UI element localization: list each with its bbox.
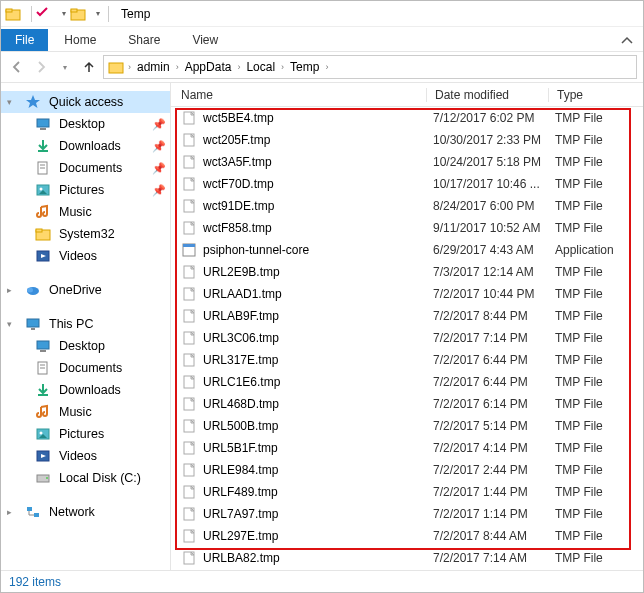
file-name: URL500B.tmp bbox=[203, 419, 433, 433]
sidebar-item-videos[interactable]: Videos bbox=[1, 445, 170, 467]
sidebar-item-music[interactable]: Music bbox=[1, 401, 170, 423]
sidebar-item-system32[interactable]: System32 bbox=[1, 223, 170, 245]
file-row[interactable]: URL500B.tmp 7/2/2017 5:14 PM TMP File bbox=[171, 415, 643, 437]
chevron-right-icon[interactable]: › bbox=[279, 62, 286, 72]
forward-button[interactable] bbox=[31, 57, 51, 77]
file-date: 6/29/2017 4:43 AM bbox=[433, 243, 555, 257]
tab-view[interactable]: View bbox=[176, 29, 234, 51]
qat-dropdown-icon[interactable]: ▾ bbox=[62, 9, 66, 18]
file-row[interactable]: URL297E.tmp 7/2/2017 8:44 AM TMP File bbox=[171, 525, 643, 547]
sidebar-label: OneDrive bbox=[49, 283, 166, 297]
file-row[interactable]: URL317E.tmp 7/2/2017 6:44 PM TMP File bbox=[171, 349, 643, 371]
sidebar: ▾ Quick access Desktop 📌 Downloads 📌 Doc… bbox=[1, 83, 171, 570]
file-icon bbox=[181, 330, 197, 346]
file-row[interactable]: psiphon-tunnel-core 6/29/2017 4:43 AM Ap… bbox=[171, 239, 643, 261]
sidebar-item-local-disk--c--[interactable]: Local Disk (C:) bbox=[1, 467, 170, 489]
file-row[interactable]: URL2E9B.tmp 7/3/2017 12:14 AM TMP File bbox=[171, 261, 643, 283]
expand-icon[interactable]: ▸ bbox=[7, 285, 17, 295]
file-list[interactable]: wct5BE4.tmp 7/12/2017 6:02 PM TMP File w… bbox=[171, 107, 643, 570]
file-date: 10/24/2017 5:18 PM bbox=[433, 155, 555, 169]
file-date: 8/24/2017 6:00 PM bbox=[433, 199, 555, 213]
column-date[interactable]: Date modified bbox=[427, 88, 549, 102]
file-row[interactable]: wctF70D.tmp 10/17/2017 10:46 ... TMP Fil… bbox=[171, 173, 643, 195]
sidebar-network[interactable]: ▸ Network bbox=[1, 501, 170, 523]
chevron-right-icon[interactable]: › bbox=[235, 62, 242, 72]
check-icon[interactable] bbox=[36, 6, 52, 22]
file-name: wct5BE4.tmp bbox=[203, 111, 433, 125]
up-button[interactable] bbox=[79, 57, 99, 77]
file-row[interactable]: URLE984.tmp 7/2/2017 2:44 PM TMP File bbox=[171, 459, 643, 481]
sidebar-item-music[interactable]: Music bbox=[1, 201, 170, 223]
svg-rect-3 bbox=[71, 9, 77, 12]
file-row[interactable]: URLAB9F.tmp 7/2/2017 8:44 PM TMP File bbox=[171, 305, 643, 327]
expand-icon[interactable]: ▸ bbox=[7, 507, 17, 517]
file-date: 7/12/2017 6:02 PM bbox=[433, 111, 555, 125]
chevron-right-icon[interactable]: › bbox=[126, 62, 133, 72]
file-date: 7/2/2017 10:44 PM bbox=[433, 287, 555, 301]
sidebar-item-desktop[interactable]: Desktop 📌 bbox=[1, 113, 170, 135]
file-icon bbox=[181, 264, 197, 280]
file-row[interactable]: wct5BE4.tmp 7/12/2017 6:02 PM TMP File bbox=[171, 107, 643, 129]
file-name: URL3C06.tmp bbox=[203, 331, 433, 345]
sidebar-item-videos[interactable]: Videos bbox=[1, 245, 170, 267]
crumb-temp[interactable]: Temp bbox=[288, 60, 321, 74]
pin-icon: 📌 bbox=[152, 118, 166, 131]
file-tab[interactable]: File bbox=[1, 29, 48, 51]
file-name: URLBA82.tmp bbox=[203, 551, 433, 565]
file-type: TMP File bbox=[555, 353, 643, 367]
expand-icon[interactable]: ▾ bbox=[7, 319, 17, 329]
file-row[interactable]: wctF858.tmp 9/11/2017 10:52 AM TMP File bbox=[171, 217, 643, 239]
breadcrumb[interactable]: › admin › AppData › Local › Temp › bbox=[103, 55, 637, 79]
svg-rect-40 bbox=[183, 244, 195, 247]
sidebar-item-pictures[interactable]: Pictures 📌 bbox=[1, 179, 170, 201]
sidebar-item-pictures[interactable]: Pictures bbox=[1, 423, 170, 445]
recent-dropdown-icon[interactable]: ▾ bbox=[55, 57, 75, 77]
expand-icon[interactable]: ▾ bbox=[7, 97, 17, 107]
file-type: TMP File bbox=[555, 111, 643, 125]
file-row[interactable]: URL468D.tmp 7/2/2017 6:14 PM TMP File bbox=[171, 393, 643, 415]
network-icon bbox=[25, 504, 41, 520]
file-row[interactable]: wct91DE.tmp 8/24/2017 6:00 PM TMP File bbox=[171, 195, 643, 217]
svg-point-17 bbox=[27, 288, 33, 293]
sidebar-item-downloads[interactable]: Downloads bbox=[1, 379, 170, 401]
file-row[interactable]: wct3A5F.tmp 10/24/2017 5:18 PM TMP File bbox=[171, 151, 643, 173]
column-name[interactable]: Name bbox=[171, 88, 427, 102]
column-headers[interactable]: Name Date modified Type bbox=[171, 83, 643, 107]
sidebar-onedrive[interactable]: ▸ OneDrive bbox=[1, 279, 170, 301]
qat-dropdown-icon[interactable]: ▾ bbox=[96, 9, 100, 18]
expand-ribbon-icon[interactable] bbox=[611, 31, 643, 51]
downloads-icon bbox=[35, 138, 51, 154]
file-row[interactable]: URL5B1F.tmp 7/2/2017 4:14 PM TMP File bbox=[171, 437, 643, 459]
file-row[interactable]: URLAAD1.tmp 7/2/2017 10:44 PM TMP File bbox=[171, 283, 643, 305]
file-row[interactable]: URL7A97.tmp 7/2/2017 1:14 PM TMP File bbox=[171, 503, 643, 525]
tab-home[interactable]: Home bbox=[48, 29, 112, 51]
crumb-local[interactable]: Local bbox=[244, 60, 277, 74]
sidebar-item-desktop[interactable]: Desktop bbox=[1, 335, 170, 357]
back-button[interactable] bbox=[7, 57, 27, 77]
sidebar-this-pc[interactable]: ▾ This PC bbox=[1, 313, 170, 335]
column-type[interactable]: Type bbox=[549, 88, 643, 102]
file-type: TMP File bbox=[555, 441, 643, 455]
sidebar-quick-access[interactable]: ▾ Quick access bbox=[1, 91, 170, 113]
file-name: URL2E9B.tmp bbox=[203, 265, 433, 279]
crumb-admin[interactable]: admin bbox=[135, 60, 172, 74]
ribbon-tabs: File Home Share View bbox=[1, 27, 643, 51]
sidebar-item-downloads[interactable]: Downloads 📌 bbox=[1, 135, 170, 157]
sidebar-item-documents[interactable]: Documents 📌 bbox=[1, 157, 170, 179]
file-row[interactable]: URLF489.tmp 7/2/2017 1:44 PM TMP File bbox=[171, 481, 643, 503]
file-name: URL297E.tmp bbox=[203, 529, 433, 543]
tab-share[interactable]: Share bbox=[112, 29, 176, 51]
file-type: TMP File bbox=[555, 397, 643, 411]
file-row[interactable]: wct205F.tmp 10/30/2017 2:33 PM TMP File bbox=[171, 129, 643, 151]
file-name: URLAB9F.tmp bbox=[203, 309, 433, 323]
chevron-right-icon[interactable]: › bbox=[323, 62, 330, 72]
file-row[interactable]: URLBA82.tmp 7/2/2017 7:14 AM TMP File bbox=[171, 547, 643, 569]
folder-icon bbox=[35, 226, 51, 242]
file-row[interactable]: URLC1E6.tmp 7/2/2017 6:44 PM TMP File bbox=[171, 371, 643, 393]
sidebar-label: This PC bbox=[49, 317, 166, 331]
desktop-icon bbox=[35, 338, 51, 354]
sidebar-item-documents[interactable]: Documents bbox=[1, 357, 170, 379]
chevron-right-icon[interactable]: › bbox=[174, 62, 181, 72]
file-row[interactable]: URL3C06.tmp 7/2/2017 7:14 PM TMP File bbox=[171, 327, 643, 349]
crumb-appdata[interactable]: AppData bbox=[183, 60, 234, 74]
